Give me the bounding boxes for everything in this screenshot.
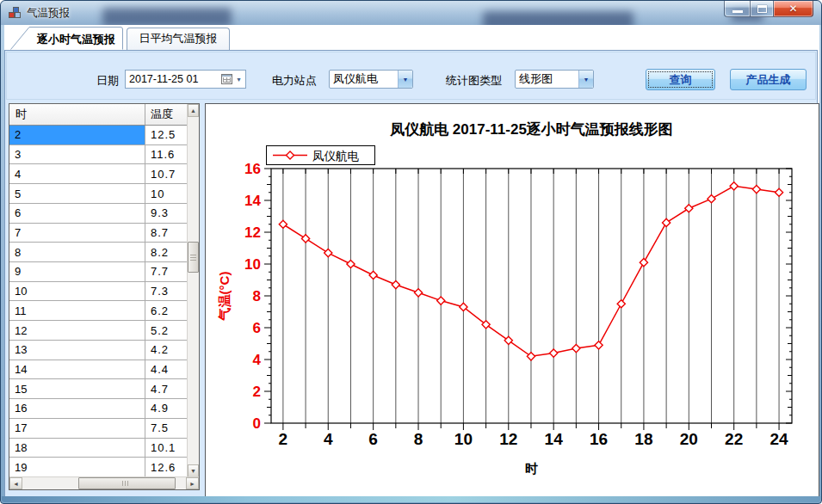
data-point-marker — [527, 353, 535, 360]
generate-button[interactable]: 产品生成 — [730, 69, 807, 90]
table-cell-temperature[interactable]: 8.2 — [145, 243, 188, 261]
table-cell-hour[interactable]: 3 — [9, 145, 145, 164]
table-cell-temperature[interactable]: 10.7 — [145, 164, 188, 183]
table-cell-hour[interactable]: 13 — [9, 341, 145, 360]
table-cell-temperature[interactable]: 7.3 — [145, 282, 188, 301]
table-cell-temperature[interactable]: 4.2 — [145, 341, 188, 360]
table-cell-temperature[interactable]: 4.4 — [145, 360, 188, 379]
chevron-down-icon[interactable]: ▼ — [398, 71, 412, 88]
x-tick-label: 16 — [590, 430, 608, 448]
close-button[interactable]: ✕ — [774, 1, 813, 17]
table-row[interactable]: 134.2 — [9, 341, 188, 360]
table-row[interactable]: 97.7 — [9, 262, 188, 282]
column-header-hour[interactable]: 时 — [9, 104, 145, 125]
station-select[interactable]: 凤仪航电 ▼ — [329, 70, 413, 89]
table-cell-temperature[interactable]: 7.5 — [145, 419, 188, 438]
table-row[interactable]: 311.6 — [9, 145, 188, 165]
column-header-temperature[interactable]: 温度 — [145, 104, 188, 125]
table-cell-hour[interactable]: 6 — [9, 204, 145, 223]
chevron-down-icon[interactable]: ▼ — [578, 71, 593, 88]
x-tick-label: 6 — [368, 430, 378, 448]
scroll-down-icon[interactable]: ▼ — [188, 464, 199, 477]
table-cell-hour[interactable]: 17 — [9, 419, 145, 438]
data-point-marker — [752, 185, 760, 193]
table-cell-temperature[interactable]: 6.2 — [145, 301, 188, 320]
table-cell-temperature[interactable]: 4.7 — [145, 379, 188, 398]
tab-daily-forecast[interactable]: 日平均气温预报 — [127, 28, 230, 50]
horizontal-scrollbar-thumb[interactable] — [78, 477, 176, 489]
table-row[interactable]: 116.2 — [9, 301, 188, 321]
table-cell-temperature[interactable]: 8.7 — [145, 224, 188, 243]
x-tick-label: 20 — [680, 430, 698, 448]
table-cell-temperature[interactable]: 10.1 — [145, 439, 188, 458]
tab-hourly-forecast[interactable]: 逐小时气温预报 — [9, 26, 125, 50]
titlebar[interactable]: 气温预报 ✕ — [1, 1, 821, 25]
table-row[interactable]: 125.2 — [9, 321, 188, 341]
table-row[interactable]: 88.2 — [9, 243, 188, 262]
table-row[interactable]: 164.9 — [9, 399, 188, 419]
table-cell-hour[interactable]: 16 — [9, 399, 145, 418]
client-area: 逐小时气温预报 日平均气温预报 日期 2017-11-25 01 ▼ 电力站点 … — [4, 25, 819, 498]
table-cell-temperature[interactable]: 9.3 — [145, 204, 188, 223]
date-dropdown-arrow-icon[interactable]: ▼ — [234, 77, 245, 83]
table-cell-hour[interactable]: 9 — [9, 262, 145, 281]
table-vertical-scrollbar[interactable]: ▲ ▼ — [187, 104, 199, 477]
table-cell-temperature[interactable]: 4.9 — [145, 399, 188, 418]
table-cell-hour[interactable]: 2 — [9, 126, 145, 144]
vertical-scrollbar-thumb[interactable] — [188, 242, 199, 273]
table-row[interactable]: 212.5 — [9, 126, 188, 145]
query-button[interactable]: 查询 — [646, 69, 715, 90]
table-row[interactable]: 1810.1 — [9, 439, 188, 458]
data-point-marker — [730, 182, 738, 190]
table-cell-hour[interactable]: 7 — [9, 224, 145, 243]
table-cell-hour[interactable]: 11 — [9, 301, 145, 320]
table-cell-hour[interactable]: 15 — [9, 379, 145, 398]
table-header: 时 温度 — [9, 104, 188, 126]
table-cell-hour[interactable]: 19 — [9, 458, 145, 476]
table-cell-temperature[interactable]: 12.6 — [145, 458, 188, 476]
table-cell-hour[interactable]: 5 — [9, 184, 145, 203]
table-cell-temperature[interactable]: 12.5 — [145, 126, 188, 144]
table-row[interactable]: 69.3 — [9, 204, 188, 224]
table-row[interactable]: 78.7 — [9, 224, 188, 243]
data-point-marker — [617, 300, 625, 308]
scroll-left-icon[interactable]: ◄ — [9, 477, 22, 489]
table-cell-hour[interactable]: 12 — [9, 321, 145, 340]
tab-page-hourly: 日期 2017-11-25 01 ▼ 电力站点 凤仪航电 ▼ 统计图类型 线形图… — [4, 50, 818, 498]
table-cell-hour[interactable]: 18 — [9, 439, 145, 458]
x-tick-label: 10 — [454, 430, 473, 448]
table-row[interactable]: 107.3 — [9, 282, 188, 302]
chart-type-select[interactable]: 线形图 ▼ — [515, 70, 594, 89]
tab-label: 逐小时气温预报 — [37, 32, 115, 47]
table-row[interactable]: 144.4 — [9, 360, 188, 380]
table-row[interactable]: 510 — [9, 184, 188, 204]
table-cell-hour[interactable]: 8 — [9, 243, 145, 261]
table-cell-temperature[interactable]: 11.6 — [145, 145, 188, 164]
scroll-up-icon[interactable]: ▲ — [188, 104, 199, 117]
table-row[interactable]: 154.7 — [9, 379, 188, 399]
calendar-icon[interactable] — [221, 74, 232, 84]
tab-label: 日平均气温预报 — [139, 32, 218, 45]
table-horizontal-scrollbar[interactable]: ◄ ► — [9, 476, 199, 489]
table-cell-temperature[interactable]: 10 — [145, 184, 188, 203]
table-row[interactable]: 1912.6 — [9, 458, 188, 477]
x-tick-label: 12 — [499, 430, 517, 448]
table-cell-hour[interactable]: 14 — [9, 360, 145, 379]
y-tick-label: 0 — [253, 415, 261, 432]
y-tick-label: 4 — [253, 352, 262, 368]
date-label: 日期 — [96, 73, 119, 89]
data-point-marker — [572, 344, 580, 352]
table-row[interactable]: 177.5 — [9, 419, 188, 439]
date-input[interactable]: 2017-11-25 01 ▼ — [125, 70, 246, 89]
station-value: 凤仪航电 — [330, 71, 398, 87]
scroll-right-icon[interactable]: ► — [186, 477, 199, 489]
x-tick-label: 24 — [770, 430, 789, 448]
table-cell-temperature[interactable]: 7.7 — [145, 262, 188, 281]
maximize-button[interactable] — [750, 1, 774, 17]
table-cell-temperature[interactable]: 5.2 — [145, 321, 188, 340]
data-point-marker — [392, 280, 399, 288]
table-cell-hour[interactable]: 4 — [9, 164, 145, 183]
minimize-button[interactable] — [724, 1, 750, 17]
table-row[interactable]: 410.7 — [9, 164, 188, 184]
table-cell-hour[interactable]: 10 — [9, 282, 145, 301]
